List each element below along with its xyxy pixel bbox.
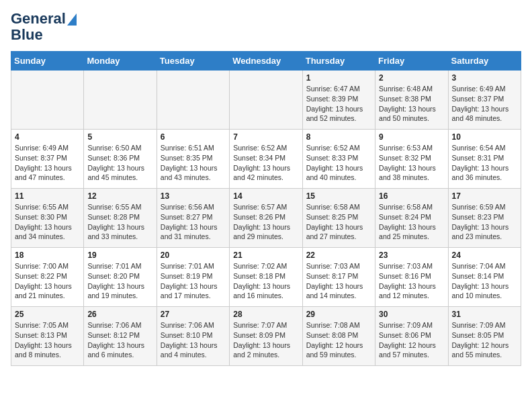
calendar-cell: 14Sunrise: 6:57 AMSunset: 8:26 PMDayligh… <box>230 189 302 248</box>
cell-text-line: and 4 minutes. <box>161 350 226 360</box>
cell-text-line: Daylight: 13 hours <box>233 222 298 232</box>
cell-text-line: Daylight: 13 hours <box>306 104 371 114</box>
cell-text-line: Sunrise: 7:08 AM <box>306 320 371 330</box>
cell-text-line: Sunrise: 6:49 AM <box>452 84 517 94</box>
cell-text-line: Sunset: 8:33 PM <box>306 153 371 163</box>
cell-text-line: Sunset: 8:36 PM <box>87 153 152 163</box>
cell-text-line: Daylight: 13 hours <box>452 281 517 291</box>
calendar-cell: 28Sunrise: 7:07 AMSunset: 8:09 PMDayligh… <box>230 307 302 366</box>
cell-text-line: Sunset: 8:26 PM <box>233 212 298 222</box>
cell-text-line: Daylight: 13 hours <box>87 281 152 291</box>
cell-text-line: Sunrise: 6:57 AM <box>233 202 298 212</box>
cell-text-line: and 33 minutes. <box>87 232 152 242</box>
calendar-cell <box>84 71 157 130</box>
calendar-cell: 17Sunrise: 6:59 AMSunset: 8:23 PMDayligh… <box>448 189 521 248</box>
cell-text-line: Daylight: 13 hours <box>87 340 152 351</box>
cell-text-line: and 40 minutes. <box>306 173 371 183</box>
cell-text-line: Sunrise: 6:53 AM <box>379 143 444 153</box>
calendar-cell: 24Sunrise: 7:04 AMSunset: 8:14 PMDayligh… <box>448 248 521 307</box>
cell-text-line: and 27 minutes. <box>306 232 371 242</box>
cell-text-line: Sunset: 8:17 PM <box>306 271 371 281</box>
cell-text-line: and 50 minutes. <box>379 113 444 124</box>
cell-text-line: Daylight: 13 hours <box>233 281 298 291</box>
calendar-cell: 16Sunrise: 6:58 AMSunset: 8:24 PMDayligh… <box>375 189 448 248</box>
cell-text-line: and 48 minutes. <box>452 113 517 124</box>
logo: General Blue <box>11 11 77 43</box>
calendar-cell: 29Sunrise: 7:08 AMSunset: 8:08 PMDayligh… <box>302 307 375 366</box>
calendar-cell: 25Sunrise: 7:05 AMSunset: 8:13 PMDayligh… <box>11 307 84 366</box>
calendar-week-2: 4Sunrise: 6:49 AMSunset: 8:37 PMDaylight… <box>11 130 521 189</box>
cell-text-line: Sunset: 8:37 PM <box>15 153 80 163</box>
cell-text-line: Sunrise: 7:01 AM <box>87 261 152 271</box>
cell-text-line: Sunset: 8:38 PM <box>379 94 444 104</box>
cell-text-line: Daylight: 13 hours <box>15 163 80 173</box>
cell-text-line: Daylight: 13 hours <box>452 104 517 114</box>
cell-text-line: and 45 minutes. <box>87 173 152 183</box>
cell-text-line: Sunrise: 6:54 AM <box>452 143 517 153</box>
cell-text-line: Sunset: 8:34 PM <box>233 153 298 163</box>
cell-text-line: Sunset: 8:22 PM <box>15 271 80 281</box>
calendar-cell: 27Sunrise: 7:06 AMSunset: 8:10 PMDayligh… <box>157 307 229 366</box>
cell-text-line: Sunset: 8:31 PM <box>452 153 517 163</box>
day-number: 10 <box>452 132 517 142</box>
calendar-week-5: 25Sunrise: 7:05 AMSunset: 8:13 PMDayligh… <box>11 307 521 366</box>
cell-text-line: and 21 minutes. <box>15 291 80 301</box>
calendar-cell <box>157 71 229 130</box>
cell-text-line: and 52 minutes. <box>306 113 371 124</box>
day-number: 6 <box>161 132 226 142</box>
calendar-table: SundayMondayTuesdayWednesdayThursdayFrid… <box>11 51 521 366</box>
calendar-cell: 10Sunrise: 6:54 AMSunset: 8:31 PMDayligh… <box>448 130 521 189</box>
day-number: 25 <box>15 310 80 319</box>
calendar-cell: 31Sunrise: 7:09 AMSunset: 8:05 PMDayligh… <box>448 307 521 366</box>
cell-text-line: Sunset: 8:24 PM <box>379 212 444 222</box>
day-number: 29 <box>306 310 371 319</box>
day-number: 14 <box>233 191 298 201</box>
calendar-cell <box>11 71 84 130</box>
day-number: 9 <box>379 132 444 142</box>
cell-text-line: Daylight: 12 hours <box>379 340 444 351</box>
cell-text-line: Sunrise: 7:03 AM <box>379 261 444 271</box>
cell-text-line: Daylight: 13 hours <box>306 222 371 232</box>
day-number: 17 <box>452 191 517 201</box>
day-number: 4 <box>15 132 80 142</box>
logo-text-blue: Blue <box>11 27 43 43</box>
calendar-cell: 15Sunrise: 6:58 AMSunset: 8:25 PMDayligh… <box>302 189 375 248</box>
calendar-week-3: 11Sunrise: 6:55 AMSunset: 8:30 PMDayligh… <box>11 189 521 248</box>
cell-text-line: Sunrise: 6:52 AM <box>233 143 298 153</box>
calendar-cell: 21Sunrise: 7:02 AMSunset: 8:18 PMDayligh… <box>230 248 302 307</box>
weekday-header-sunday: Sunday <box>11 52 84 71</box>
cell-text-line: Daylight: 13 hours <box>379 104 444 114</box>
calendar-cell: 1Sunrise: 6:47 AMSunset: 8:39 PMDaylight… <box>302 71 375 130</box>
cell-text-line: Sunset: 8:28 PM <box>87 212 152 222</box>
cell-text-line: Daylight: 13 hours <box>233 340 298 351</box>
cell-text-line: Sunset: 8:25 PM <box>306 212 371 222</box>
day-number: 21 <box>233 250 298 260</box>
day-number: 12 <box>87 191 152 201</box>
cell-text-line: Sunrise: 6:49 AM <box>15 143 80 153</box>
cell-text-line: Daylight: 13 hours <box>379 281 444 291</box>
cell-text-line: Sunset: 8:37 PM <box>452 94 517 104</box>
cell-text-line: Sunrise: 7:06 AM <box>161 320 226 330</box>
cell-text-line: and 29 minutes. <box>233 232 298 242</box>
calendar-cell: 20Sunrise: 7:01 AMSunset: 8:19 PMDayligh… <box>157 248 229 307</box>
cell-text-line: Sunset: 8:16 PM <box>379 271 444 281</box>
cell-text-line: and 55 minutes. <box>452 350 517 360</box>
cell-text-line: Sunset: 8:32 PM <box>379 153 444 163</box>
cell-text-line: Sunrise: 7:03 AM <box>306 261 371 271</box>
cell-text-line: and 14 minutes. <box>306 291 371 301</box>
cell-text-line: Sunset: 8:30 PM <box>15 212 80 222</box>
cell-text-line: Daylight: 13 hours <box>379 163 444 173</box>
cell-text-line: Daylight: 13 hours <box>452 222 517 232</box>
cell-text-line: Daylight: 13 hours <box>87 163 152 173</box>
day-number: 24 <box>452 250 517 260</box>
cell-text-line: and 2 minutes. <box>233 350 298 360</box>
cell-text-line: and 34 minutes. <box>15 232 80 242</box>
cell-text-line: Sunset: 8:13 PM <box>15 330 80 340</box>
calendar-cell: 7Sunrise: 6:52 AMSunset: 8:34 PMDaylight… <box>230 130 302 189</box>
calendar-cell: 26Sunrise: 7:06 AMSunset: 8:12 PMDayligh… <box>84 307 157 366</box>
cell-text-line: Daylight: 13 hours <box>233 163 298 173</box>
day-number: 28 <box>233 310 298 319</box>
cell-text-line: Sunrise: 6:55 AM <box>15 202 80 212</box>
day-number: 7 <box>233 132 298 142</box>
weekday-header-tuesday: Tuesday <box>157 52 229 71</box>
